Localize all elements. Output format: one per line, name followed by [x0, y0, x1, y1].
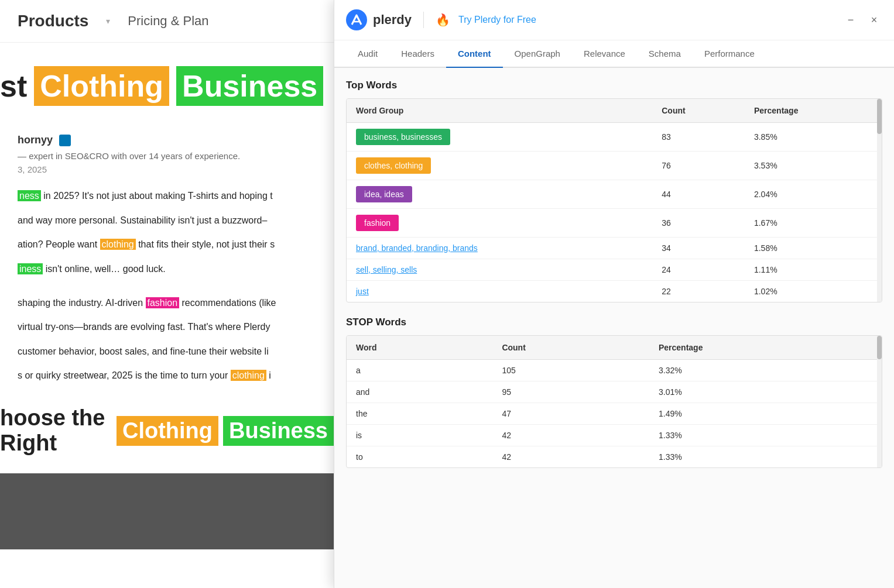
percentage-cell: 1.67% [745, 209, 882, 238]
col-percentage: Percentage [745, 99, 882, 123]
word-group-cell: business, businesses [347, 123, 652, 152]
table-row: a1053.32% [347, 360, 882, 381]
tab-performance[interactable]: Performance [693, 40, 766, 68]
panel-logo: plerdy 🔥 Try Plerdy for Free [346, 9, 536, 30]
count-cell: 44 [652, 180, 745, 209]
percentage-cell: 3.85% [745, 123, 882, 152]
close-button[interactable]: × [866, 12, 882, 28]
table-row: is421.33% [347, 425, 882, 446]
tab-content[interactable]: Content [446, 40, 503, 68]
bg-hero-section: st Clothing Business [0, 43, 334, 122]
try-free-link[interactable]: Try Plerdy for Free [458, 15, 536, 25]
bg-h2: hoose the Right Clothing Business [0, 388, 334, 462]
count-cell: 24 [652, 259, 745, 281]
percentage-cell: 2.04% [745, 180, 882, 209]
table-row: brand, branded, branding, brands341.58% [347, 238, 882, 259]
stop-count-cell: 42 [492, 446, 649, 468]
tab-opengraph[interactable]: OpenGraph [503, 40, 572, 68]
bg-title-word2: Business [176, 66, 323, 106]
word-group-cell: just [347, 281, 652, 302]
word-plain-link[interactable]: just [356, 287, 369, 296]
count-cell: 36 [652, 209, 745, 238]
minimize-button[interactable]: − [842, 12, 859, 28]
count-cell: 22 [652, 281, 745, 302]
word-plain-link[interactable]: brand, branded, branding, brands [356, 243, 478, 253]
count-cell: 83 [652, 123, 745, 152]
bg-pricing-menu[interactable]: Pricing & Plan [128, 13, 208, 29]
panel-window-controls: − × [842, 12, 882, 28]
col-word-group: Word Group [347, 99, 652, 123]
word-group-cell: brand, branded, branding, brands [347, 238, 652, 259]
top-words-table-wrapper: Word Group Count Percentage business, bu… [346, 98, 882, 302]
top-words-table: Word Group Count Percentage business, bu… [347, 99, 882, 302]
stop-words-table-wrapper: Word Count Percentage a1053.32%and953.01… [346, 335, 882, 468]
word-group-cell: sell, selling, sells [347, 259, 652, 281]
col-count: Count [652, 99, 745, 123]
bg-paragraph-4: iness isn't online, well… good luck. [0, 257, 334, 281]
stop-col-percentage: Percentage [649, 336, 882, 360]
stop-pct-cell: 3.01% [649, 381, 882, 403]
background-webpage: Products ▾ Pricing & Plan st Clothing Bu… [0, 0, 334, 588]
stop-pct-cell: 3.32% [649, 360, 882, 381]
word-plain-link[interactable]: sell, selling, sells [356, 265, 417, 274]
tabs-bar: Audit Headers Content OpenGraph Relevanc… [334, 40, 894, 68]
plerdy-logo-icon [346, 9, 367, 30]
word-group-cell: clothes, clothing [347, 152, 652, 180]
bg-paragraph-2: and way more personal. Sustainability is… [0, 208, 334, 233]
count-cell: 76 [652, 152, 745, 180]
bg-title-prefix: st [0, 68, 27, 104]
table-row: the471.49% [347, 403, 882, 425]
bg-nav: Products ▾ Pricing & Plan [0, 0, 334, 43]
percentage-cell: 1.02% [745, 281, 882, 302]
bg-paragraph-1: ness in 2025? It's not just about making… [0, 184, 334, 208]
table-row: idea, ideas442.04% [347, 180, 882, 209]
table-row: to421.33% [347, 446, 882, 468]
logo-divider [423, 12, 424, 28]
bg-title-word1: Clothing [34, 66, 169, 106]
stop-col-count: Count [492, 336, 649, 360]
svg-point-0 [346, 9, 367, 30]
stop-pct-cell: 1.33% [649, 446, 882, 468]
top-words-title: Top Words [346, 80, 882, 91]
bg-paragraph-5: shaping the industry. AI-driven fashion … [0, 291, 334, 315]
bg-date: 3, 2025 [0, 164, 334, 184]
bg-author-name: hornyy [0, 122, 334, 151]
tab-schema[interactable]: Schema [637, 40, 693, 68]
bg-image [0, 473, 334, 549]
tab-relevance[interactable]: Relevance [572, 40, 637, 68]
word-group-cell: idea, ideas [347, 180, 652, 209]
count-cell: 34 [652, 238, 745, 259]
stop-word-cell: is [347, 425, 492, 446]
stop-word-cell: a [347, 360, 492, 381]
stop-count-cell: 47 [492, 403, 649, 425]
word-tag-orange[interactable]: clothes, clothing [356, 157, 431, 174]
stop-word-cell: and [347, 381, 492, 403]
table-row: business, businesses833.85% [347, 123, 882, 152]
table-row: just221.02% [347, 281, 882, 302]
word-group-cell: fashion [347, 209, 652, 238]
bg-paragraph-7: customer behavior, boost sales, and fine… [0, 339, 334, 364]
table-row: fashion361.67% [347, 209, 882, 238]
stop-count-cell: 105 [492, 360, 649, 381]
stop-pct-cell: 1.33% [649, 425, 882, 446]
bg-paragraph-6: virtual try-ons—brands are evolving fast… [0, 315, 334, 339]
tab-audit[interactable]: Audit [346, 40, 389, 68]
stop-words-title: STOP Words [346, 317, 882, 328]
word-tag-pink[interactable]: fashion [356, 215, 399, 231]
stop-word-cell: to [347, 446, 492, 468]
bg-products-menu[interactable]: Products [18, 12, 88, 30]
stop-word-cell: the [347, 403, 492, 425]
linkedin-icon [59, 135, 71, 146]
fire-icon: 🔥 [436, 13, 450, 27]
plerdy-panel: plerdy 🔥 Try Plerdy for Free − × Audit H… [334, 0, 894, 588]
percentage-cell: 1.11% [745, 259, 882, 281]
bg-byline: — expert in SEO&CRO with over 14 years o… [0, 151, 334, 164]
table-row: clothes, clothing763.53% [347, 152, 882, 180]
word-tag-purple[interactable]: idea, ideas [356, 186, 412, 202]
tab-headers[interactable]: Headers [389, 40, 446, 68]
word-tag-green[interactable]: business, businesses [356, 129, 450, 145]
table-row: sell, selling, sells241.11% [347, 259, 882, 281]
plerdy-brand-name: plerdy [373, 12, 412, 27]
table-row: and953.01% [347, 381, 882, 403]
stop-col-word: Word [347, 336, 492, 360]
